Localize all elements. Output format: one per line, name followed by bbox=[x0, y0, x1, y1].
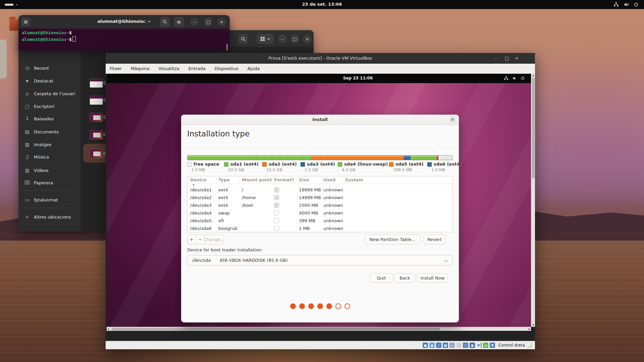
scroll-up-icon[interactable]: ▲ bbox=[532, 74, 534, 77]
install-now-button[interactable]: Install Now bbox=[417, 273, 448, 283]
terminal-scrollbar[interactable] bbox=[226, 44, 228, 50]
terminal-screen[interactable]: alumnat@Ghionoiu:~$ alumnat@Ghionoiu:~$ bbox=[18, 28, 230, 50]
sidebar-item-downloads[interactable]: ↧Baixades bbox=[21, 114, 78, 124]
file-thumbnail[interactable] bbox=[90, 79, 103, 87]
sidebar-item-music[interactable]: ♫Música bbox=[21, 152, 78, 162]
back-button[interactable]: Back bbox=[394, 273, 415, 283]
scroll-right-icon[interactable]: ▶ bbox=[529, 328, 530, 330]
close-icon[interactable]: × bbox=[303, 35, 312, 43]
menu-view[interactable]: Visualitza bbox=[158, 66, 179, 71]
menu-input[interactable]: Entrada bbox=[189, 66, 206, 71]
table-row[interactable]: /dev/sda2ext4/home✓14999 MBunknown bbox=[187, 194, 452, 202]
format-checkbox[interactable]: ✓ bbox=[274, 187, 279, 192]
search-icon[interactable] bbox=[238, 34, 248, 44]
menu-icon[interactable]: ≡ bbox=[174, 17, 184, 27]
scrollbar-thumb[interactable] bbox=[111, 328, 440, 330]
system-tray[interactable] bbox=[613, 2, 639, 7]
table-row[interactable]: /dev/sda6biosgrub1 MBunknown bbox=[187, 225, 452, 233]
new-partition-table-button[interactable]: New Partition Table... bbox=[365, 234, 420, 244]
format-checkbox[interactable] bbox=[274, 218, 279, 223]
resize-grip[interactable] bbox=[528, 343, 532, 347]
sidebar-item-videos[interactable]: ▥Vídeos bbox=[21, 165, 78, 175]
table-row[interactable]: /dev/sda3ext4/boot✓1000 MBunknown bbox=[187, 202, 452, 209]
scroll-down-icon[interactable]: ▼ bbox=[532, 324, 534, 326]
usb-icon[interactable]: ⌁ bbox=[449, 343, 455, 348]
sidebar-item-recent[interactable]: ◷Recent bbox=[21, 63, 78, 73]
maximize-icon[interactable]: □ bbox=[204, 17, 213, 26]
file-thumbnail[interactable] bbox=[90, 113, 103, 122]
file-thumbnail[interactable] bbox=[90, 96, 103, 105]
host-clock[interactable]: 23 de set. 13:06 bbox=[302, 2, 342, 7]
shared-folder-icon[interactable]: ▱ bbox=[456, 343, 462, 348]
search-icon[interactable] bbox=[160, 17, 170, 27]
sidebar-item-trash[interactable]: ⌧Paperera bbox=[21, 178, 78, 188]
display-icon[interactable]: ▢ bbox=[463, 343, 468, 348]
trash-icon: ⌧ bbox=[24, 180, 30, 185]
menu-file[interactable]: Fitxer bbox=[110, 66, 122, 71]
format-checkbox[interactable]: ✓ bbox=[274, 203, 279, 208]
network-icon[interactable]: ▦ bbox=[443, 343, 448, 348]
partition-table[interactable]: Device Type Mount point Format? Size Use… bbox=[187, 176, 453, 232]
menu-devices[interactable]: Dispositius bbox=[215, 66, 238, 71]
installer-titlebar[interactable]: Install ✕ bbox=[181, 115, 459, 125]
quit-button[interactable]: Quit bbox=[370, 273, 393, 283]
table-row[interactable]: /dev/sda4swap4000 MBunknown bbox=[187, 209, 452, 217]
hard-disk-icon[interactable]: ● bbox=[423, 343, 428, 348]
format-checkbox[interactable] bbox=[274, 226, 279, 231]
files-sidebar: ◷Recent ★Destacat ⌂Carpeta de l'usuari ▢… bbox=[18, 47, 80, 231]
sidebar-item-documents[interactable]: ▤Documents bbox=[21, 127, 78, 137]
close-icon[interactable]: × bbox=[217, 17, 226, 26]
bootloader-device-select[interactable]: /dev/sda ATA VBOX HARDDISK (85.9 GB) bbox=[187, 255, 453, 265]
menu-machine[interactable]: Màquina bbox=[131, 66, 150, 71]
file-thumbnail[interactable] bbox=[90, 149, 103, 158]
add-partition-button[interactable]: + bbox=[187, 235, 196, 244]
table-row[interactable]: /dev/sda1ext4/✓19999 MBunknown bbox=[187, 186, 452, 194]
horizontal-scrollbar[interactable]: ◀ ▶ bbox=[107, 327, 531, 331]
revert-button[interactable]: Revert bbox=[424, 234, 445, 244]
vertical-scrollbar[interactable]: ▲ ▼ bbox=[531, 74, 535, 327]
mouse-integration-icon[interactable]: ▼ bbox=[490, 343, 495, 348]
activities-indicator[interactable] bbox=[5, 4, 13, 6]
sidebar-item-starred[interactable]: ★Destacat bbox=[21, 76, 78, 86]
virtualbox-titlebar[interactable]: Prova [S'està executant] - Oracle VM Vir… bbox=[106, 53, 535, 64]
view-grid-button[interactable] bbox=[257, 34, 274, 44]
minimize-icon[interactable]: – bbox=[495, 56, 497, 61]
features-icon[interactable]: ⇄ bbox=[483, 343, 488, 348]
sidebar-item-home[interactable]: ⌂Carpeta de l'usuari bbox=[21, 88, 78, 99]
progress-dot bbox=[299, 303, 305, 309]
guest-system-tray[interactable] bbox=[504, 76, 525, 80]
scrollbar-thumb[interactable] bbox=[532, 78, 535, 178]
audio-icon[interactable]: ♪ bbox=[436, 343, 441, 348]
minimize-icon[interactable]: – bbox=[278, 35, 287, 43]
new-tab-icon[interactable]: ⊞ bbox=[21, 17, 31, 26]
scroll-left-icon[interactable]: ◀ bbox=[107, 328, 109, 330]
background-window-edge bbox=[0, 40, 7, 78]
menu-help[interactable]: Ajuda bbox=[248, 66, 260, 71]
recording-icon[interactable]: V bbox=[476, 343, 482, 348]
minimize-icon[interactable]: – bbox=[190, 17, 199, 26]
folder-icon: ▭ bbox=[24, 197, 30, 202]
maximize-icon[interactable]: □ bbox=[505, 56, 509, 61]
format-checkbox[interactable] bbox=[274, 210, 279, 216]
sidebar-item-fptalunmat[interactable]: ▭fptalunmat bbox=[21, 195, 78, 205]
change-partition-button[interactable]: Change... bbox=[205, 235, 224, 244]
close-icon[interactable]: × bbox=[515, 56, 519, 61]
table-header: Device Type Mount point Format? Size Use… bbox=[187, 176, 452, 184]
terminal-title: alumnat@Ghionoiu: ~ bbox=[97, 19, 151, 24]
plus-icon: + bbox=[24, 214, 30, 220]
sidebar-item-desktop[interactable]: ▢Escriptori bbox=[21, 101, 78, 111]
file-thumbnail[interactable] bbox=[90, 130, 103, 139]
progress-dot bbox=[344, 303, 350, 309]
sidebar-item-pictures[interactable]: ▨Imatges bbox=[21, 139, 78, 149]
windows-icon[interactable]: ▣ bbox=[470, 343, 475, 348]
format-checkbox[interactable]: ✓ bbox=[274, 195, 279, 200]
guest-clock[interactable]: Sep 23 11:06 bbox=[343, 76, 373, 80]
host-key-label: Control dreta bbox=[498, 343, 525, 348]
sidebar-item-other-locations[interactable]: +Altres ubicacions bbox=[21, 212, 78, 222]
close-icon[interactable]: ✕ bbox=[449, 116, 456, 123]
maximize-icon[interactable]: □ bbox=[290, 35, 299, 43]
remove-partition-button[interactable]: − bbox=[196, 235, 205, 244]
optical-disc-icon[interactable]: ◉ bbox=[429, 343, 435, 348]
workspace-dot bbox=[16, 4, 17, 5]
table-row[interactable]: /dev/sda5efi399 MBunknown bbox=[187, 217, 452, 225]
